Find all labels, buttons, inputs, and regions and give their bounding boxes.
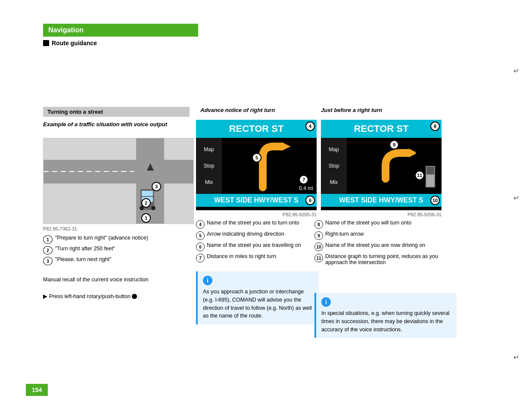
advance-items-list: 4 Name of the street you are to turn ont… <box>196 220 321 265</box>
menu-map: Map <box>204 146 214 153</box>
lnum-5: 5 <box>196 231 205 240</box>
advance-item-4: 4 Name of the street you are to turn ont… <box>196 220 321 229</box>
right-top-street: RECTOR ST 8 <box>321 120 442 138</box>
menu-stop: Stop <box>204 163 215 169</box>
svg-rect-6 <box>142 191 153 196</box>
advance-bottom-street: WEST SIDE HWY/WEST S 6 <box>196 194 317 207</box>
header-bar: Navigation <box>43 24 198 37</box>
traffic-diagram: 1 2 3 <box>43 138 194 224</box>
diagram-caption: P82.85-7382-31 <box>43 226 77 231</box>
svg-point-9 <box>151 206 156 210</box>
right-item-10: 10 Name of the street you are now drivin… <box>314 242 457 251</box>
right-bottom-street: WEST SIDE HWY/WEST S 10 <box>321 194 442 207</box>
lnum-6: 6 <box>196 243 205 251</box>
street-num-4: 4 <box>305 121 315 131</box>
arrow-right-icon: ▶ <box>43 293 47 299</box>
street-num-10: 10 <box>430 196 440 205</box>
street-num-8: 8 <box>430 121 440 131</box>
advance-title: Advance notice of right turn <box>200 107 275 113</box>
lnum-9: 9 <box>314 231 323 240</box>
right-item-8: 8 Name of the street you will turn onto <box>314 220 457 229</box>
right-panel-body: Map Stop Mix 9 11 <box>321 138 442 194</box>
subheader-text: Route guidance <box>52 40 97 47</box>
info-icon-advance: i <box>203 276 212 285</box>
advance-info-box: i As you approach a junction or intercha… <box>196 271 319 324</box>
right-item-11: 11 Distance graph to turning point, redu… <box>314 253 457 265</box>
svg-marker-17 <box>281 142 291 151</box>
item-num-1: 1 <box>43 235 53 244</box>
edge-arrow-top: ↵ <box>513 67 519 75</box>
menu-mix-r: Mix <box>330 179 338 185</box>
svg-rect-1 <box>44 160 194 184</box>
advance-panel-body: Map Stop Mix 5 7 0.4 mi <box>196 138 317 194</box>
right-panel-menu: Map Stop Mix <box>321 138 347 194</box>
right-arrow-area: 9 11 <box>347 138 442 194</box>
edge-arrow-bot: ↵ <box>513 353 519 361</box>
num9-badge: 9 <box>389 140 399 149</box>
dist-value: 0.4 mi <box>299 185 313 191</box>
svg-text:2: 2 <box>145 200 147 206</box>
advance-caption: P82.85-9205-31 <box>196 212 317 217</box>
advance-panel-menu: Map Stop Mix <box>196 138 222 194</box>
right-turn-arrow-svg <box>373 144 416 187</box>
list-item: 3 "Please, turn next right" <box>43 256 202 265</box>
right-items-list: 8 Name of the street you will turn onto … <box>314 220 457 268</box>
menu-map-r: Map <box>329 146 339 153</box>
right-item-9: 9 Right-turn arrow <box>314 231 457 240</box>
subheader-icon <box>43 40 49 46</box>
advance-item-7: 7 Distance in miles to right turn <box>196 253 321 262</box>
press-line: ▶ Press left-hand rotary/push-button . <box>43 293 202 299</box>
example-title: Example of a traffic situation with voic… <box>43 121 190 128</box>
header-title: Navigation <box>48 26 84 34</box>
diagram-item-list: 1 "Prepare to turn right" (advance notic… <box>43 235 202 267</box>
right-nav-panel: RECTOR ST 8 Map Stop Mix 9 11 WEST SIDE … <box>321 120 442 210</box>
list-item: 2 "Turn right after 250 feet" <box>43 246 202 255</box>
right-turn-title: Just before a right turn <box>321 107 382 113</box>
advance-dist: 7 0.4 mi <box>299 175 313 191</box>
lnum-7: 7 <box>196 254 205 262</box>
info-icon-right: i <box>321 297 331 307</box>
svg-text:3: 3 <box>155 184 158 189</box>
dist-graph <box>426 166 435 187</box>
right-info-box: i In special situations, e.g. when turni… <box>314 293 457 338</box>
menu-stop-r: Stop <box>329 163 339 169</box>
push-btn-icon <box>132 294 137 299</box>
subheader: Route guidance <box>43 40 97 47</box>
manual-recall-text: Manual recall of the current voice instr… <box>43 276 202 284</box>
right-caption: P82.85-9206-31 <box>321 212 442 217</box>
item-num-3: 3 <box>43 257 53 265</box>
press-text: Press left-hand rotary/push-button . <box>49 293 139 299</box>
advance-arrow-area: 5 7 0.4 mi <box>222 138 317 194</box>
advance-top-street: RECTOR ST 4 <box>196 120 317 138</box>
menu-mix: Mix <box>205 179 213 185</box>
advance-nav-panel: RECTOR ST 4 Map Stop Mix 5 7 0.4 mi WEST… <box>196 120 317 210</box>
lnum-4: 4 <box>196 220 205 229</box>
advance-item-6: 6 Name of the street you are travelling … <box>196 242 321 251</box>
lnum-8: 8 <box>314 220 323 229</box>
list-item: 1 "Prepare to turn right" (advance notic… <box>43 235 202 244</box>
lnum-11: 11 <box>314 254 323 262</box>
svg-marker-18 <box>408 149 416 157</box>
item-num-2: 2 <box>43 246 53 255</box>
street-num-6: 6 <box>305 196 315 205</box>
section-label: Turning onto a street <box>43 107 190 117</box>
edge-arrow-mid: ↵ <box>513 194 519 202</box>
lnum-10: 10 <box>314 243 323 251</box>
page-number: 154 <box>26 384 48 396</box>
num11-badge: 11 <box>415 171 424 180</box>
advance-arrow-svg <box>248 140 291 192</box>
svg-text:1: 1 <box>145 215 147 221</box>
advance-item-5: 5 Arrow indicating driving direction <box>196 231 321 240</box>
num7-badge: 7 <box>299 175 308 184</box>
num5-badge: 5 <box>252 153 261 162</box>
svg-rect-3 <box>136 138 164 184</box>
